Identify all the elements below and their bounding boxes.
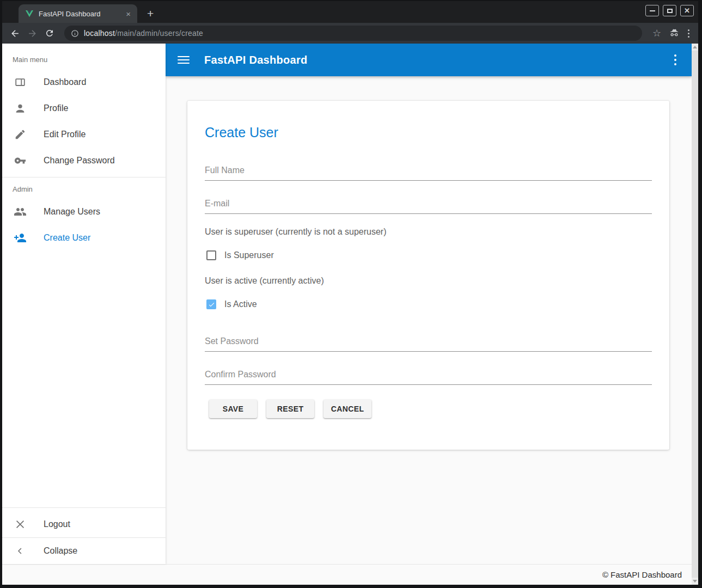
key-icon: [14, 154, 27, 167]
app-menu-icon[interactable]: [670, 54, 681, 65]
sidebar-item-label: Create User: [44, 233, 90, 243]
person-icon: [14, 102, 27, 115]
sidebar: Main menu Dashboard Profile: [2, 44, 166, 564]
full-name-field[interactable]: [205, 160, 652, 181]
pencil-icon: [14, 128, 27, 141]
url-host: localhost: [84, 29, 115, 38]
page-body: Main menu Dashboard Profile: [2, 44, 698, 564]
form-actions: SAVE RESET CANCEL: [209, 400, 652, 418]
menu-icon[interactable]: [178, 56, 190, 64]
sidebar-item-edit-profile[interactable]: Edit Profile: [2, 121, 166, 148]
page: Main menu Dashboard Profile: [2, 44, 698, 585]
app-title: FastAPI Dashboard: [204, 54, 308, 66]
checkbox-checked-icon[interactable]: [206, 299, 216, 309]
page-title: Create User: [205, 125, 652, 140]
tab-title: FastAPI Dashboard: [39, 10, 120, 18]
app-header: FastAPI Dashboard: [166, 44, 692, 76]
reload-icon[interactable]: [42, 26, 57, 40]
close-icon: [14, 518, 27, 531]
divider: [2, 507, 166, 508]
tab-strip: FastAPI Dashboard × + ✕: [2, 1, 698, 23]
minimize-button[interactable]: [645, 5, 659, 16]
people-icon: [14, 205, 27, 218]
bookmark-star-icon[interactable]: ☆: [650, 26, 664, 40]
window-close-button[interactable]: ✕: [680, 5, 694, 16]
scrollbar-down-icon[interactable]: [693, 580, 697, 583]
sidebar-section-label-admin: Admin: [2, 181, 166, 199]
browser-menu-icon[interactable]: [685, 29, 693, 38]
sidebar-item-label: Logout: [44, 519, 70, 529]
scrollbar-thumb[interactable]: [692, 51, 698, 578]
checkbox-label: Is Active: [224, 299, 257, 309]
sidebar-item-label: Profile: [44, 103, 68, 113]
info-icon[interactable]: [71, 29, 79, 38]
sidebar-item-label: Collapse: [44, 546, 77, 556]
checkbox-label: Is Superuser: [224, 250, 274, 260]
scrollbar-up-icon[interactable]: [693, 46, 697, 48]
confirm-password-field[interactable]: [205, 364, 652, 385]
is-superuser-checkbox[interactable]: Is Superuser: [206, 250, 652, 260]
copyright-text: © FastAPI Dashboard: [602, 570, 682, 579]
content-area: Create User User is superuser (currently…: [166, 76, 692, 564]
window-controls: ✕: [645, 5, 694, 16]
new-tab-button[interactable]: +: [147, 8, 154, 19]
dashboard-icon: [14, 76, 27, 89]
sidebar-item-create-user[interactable]: Create User: [2, 225, 166, 251]
checkbox-unchecked-icon[interactable]: [206, 250, 216, 260]
url-path: /main/admin/users/create: [115, 29, 203, 38]
forward-icon[interactable]: [25, 26, 39, 40]
browser-window: FastAPI Dashboard × + ✕ localhost/main/a…: [0, 0, 702, 588]
email-field[interactable]: [205, 193, 652, 214]
cancel-button[interactable]: CANCEL: [323, 400, 371, 418]
sidebar-section-label-main: Main menu: [2, 51, 166, 69]
sidebar-item-profile[interactable]: Profile: [2, 95, 166, 121]
superuser-hint: User is superuser (currently is not a su…: [205, 227, 652, 237]
maximize-button[interactable]: [663, 5, 676, 16]
sidebar-item-logout[interactable]: Logout: [2, 511, 166, 537]
is-active-checkbox[interactable]: Is Active: [206, 299, 652, 309]
sidebar-item-manage-users[interactable]: Manage Users: [2, 199, 166, 225]
chevron-left-icon: [14, 544, 27, 558]
vue-favicon-icon: [25, 9, 34, 18]
back-icon[interactable]: [8, 26, 22, 40]
create-user-card: Create User User is superuser (currently…: [187, 101, 669, 450]
browser-toolbar: localhost/main/admin/users/create ☆: [2, 23, 698, 44]
person-add-icon: [14, 231, 27, 244]
main-area: FastAPI Dashboard Create User User is su…: [166, 44, 692, 564]
sidebar-item-collapse[interactable]: Collapse: [2, 538, 166, 564]
divider: [2, 177, 166, 177]
sidebar-item-change-password[interactable]: Change Password: [2, 148, 166, 174]
browser-tab[interactable]: FastAPI Dashboard ×: [19, 4, 137, 23]
sidebar-item-label: Dashboard: [44, 77, 86, 87]
tab-close-icon[interactable]: ×: [125, 10, 132, 18]
sidebar-item-label: Manage Users: [44, 207, 100, 217]
save-button[interactable]: SAVE: [209, 400, 257, 418]
incognito-icon: [667, 26, 681, 40]
page-footer: © FastAPI Dashboard: [2, 564, 698, 585]
url-text: localhost/main/admin/users/create: [84, 29, 203, 38]
sidebar-item-label: Change Password: [44, 156, 115, 166]
active-hint: User is active (currently active): [205, 276, 652, 286]
sidebar-item-dashboard[interactable]: Dashboard: [2, 69, 166, 95]
reset-button[interactable]: RESET: [266, 400, 314, 418]
sidebar-item-label: Edit Profile: [44, 130, 86, 139]
address-bar[interactable]: localhost/main/admin/users/create: [64, 26, 642, 41]
set-password-field[interactable]: [205, 331, 652, 352]
scrollbar[interactable]: [692, 44, 698, 585]
